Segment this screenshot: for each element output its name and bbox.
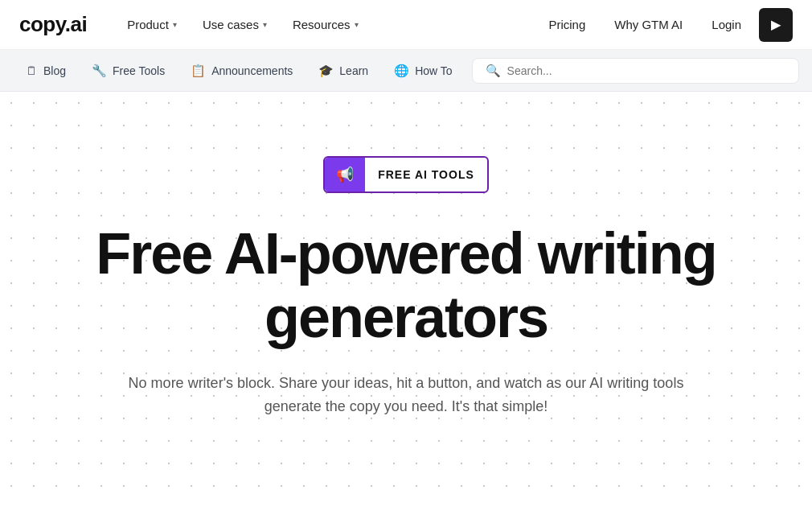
nav-use-cases[interactable]: Use cases ▾ [191, 11, 278, 38]
learn-icon: 🎓 [318, 64, 334, 78]
sec-nav-how-to[interactable]: 🌐 How To [381, 59, 465, 83]
blog-icon: 🗒 [26, 64, 38, 77]
secondary-nav: 🗒 Blog 🔧 Free Tools 📋 Announcements 🎓 Le… [0, 50, 812, 92]
hero-headline: Free AI-powered writing generators [96, 222, 716, 349]
chevron-down-icon: ▾ [173, 20, 177, 29]
top-nav: copy.ai Product ▾ Use cases ▾ Resources … [0, 0, 812, 50]
nav-pricing-link[interactable]: Pricing [537, 11, 597, 38]
chevron-down-icon: ▾ [263, 20, 267, 29]
sec-nav-free-tools-label: Free Tools [113, 64, 165, 77]
nav-resources[interactable]: Resources ▾ [281, 11, 370, 38]
sec-nav-announcements-label: Announcements [211, 64, 293, 77]
search-input[interactable] [507, 64, 785, 77]
sec-nav-how-to-label: How To [415, 64, 452, 77]
free-ai-tools-badge[interactable]: 📢 FREE AI TOOLS [323, 156, 489, 193]
how-to-icon: 🌐 [394, 64, 409, 78]
chevron-down-icon: ▾ [355, 20, 359, 29]
nav-product-label: Product [127, 18, 169, 31]
headline-line2: generators [265, 285, 547, 349]
logo[interactable]: copy.ai [19, 12, 87, 37]
badge-container: 📢 FREE AI TOOLS [323, 156, 489, 193]
sec-nav-learn-label: Learn [339, 64, 368, 77]
sec-nav-announcements[interactable]: 📋 Announcements [178, 59, 306, 83]
sec-nav-blog-label: Blog [43, 64, 66, 77]
tools-icon: 🔧 [92, 64, 107, 78]
hero-section: 📢 FREE AI TOOLS Free AI-powered writing … [0, 92, 812, 494]
top-nav-links: Product ▾ Use cases ▾ Resources ▾ [116, 11, 537, 38]
sec-nav-learn[interactable]: 🎓 Learn [306, 59, 381, 83]
sec-nav-free-tools[interactable]: 🔧 Free Tools [79, 59, 178, 83]
headline-line1: Free AI-powered writing [96, 221, 716, 286]
nav-cta-button[interactable]: ▶ [759, 8, 793, 42]
hero-subtext: No more writer's block. Share your ideas… [105, 372, 707, 418]
search-bar[interactable]: 🔍 [472, 58, 799, 84]
badge-label: FREE AI TOOLS [365, 160, 487, 189]
megaphone-icon: 📢 [336, 166, 354, 183]
nav-product[interactable]: Product ▾ [116, 11, 188, 38]
nav-login-link[interactable]: Login [700, 11, 753, 38]
search-icon: 🔍 [486, 64, 501, 78]
nav-use-cases-label: Use cases [203, 18, 259, 31]
badge-icon-box: 📢 [325, 158, 365, 191]
nav-why-gtm-link[interactable]: Why GTM AI [603, 11, 694, 38]
announcements-icon: 📋 [191, 64, 206, 78]
nav-right: Pricing Why GTM AI Login ▶ [537, 8, 793, 42]
nav-resources-label: Resources [293, 18, 351, 31]
sec-nav-blog[interactable]: 🗒 Blog [13, 59, 79, 82]
